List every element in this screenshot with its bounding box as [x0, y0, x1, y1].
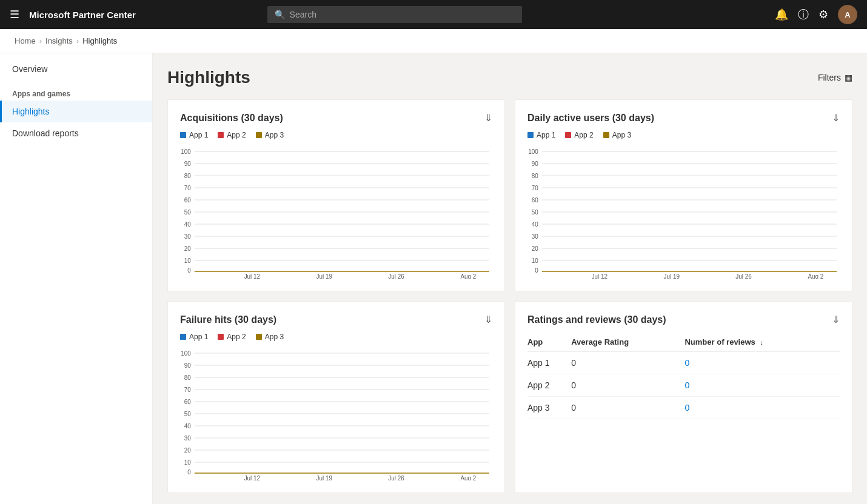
failure-hits-chart-area: 100 90 80 70 60 50 40 30 20 10 0 — [180, 347, 492, 480]
sidebar-item-highlights-label: Highlights — [12, 107, 49, 116]
filters-label: Filters — [818, 73, 841, 82]
svg-text:Aug 2: Aug 2 — [460, 273, 476, 279]
help-icon[interactable]: ⓘ — [798, 7, 809, 22]
acquisitions-title: Acquisitions (30 days) — [180, 113, 283, 124]
daily-active-header: Daily active users (30 days) ⇓ — [527, 112, 840, 124]
settings-icon[interactable]: ⚙ — [818, 8, 828, 21]
svg-text:60: 60 — [184, 197, 191, 204]
svg-text:80: 80 — [184, 374, 191, 381]
svg-text:Jul 26: Jul 26 — [388, 273, 404, 279]
svg-text:60: 60 — [532, 197, 538, 204]
acq-legend-app2: App 2 — [218, 131, 246, 139]
dau-legend-dot-app3 — [603, 132, 609, 138]
svg-text:60: 60 — [184, 399, 191, 405]
acquisitions-chart-svg: 100 90 80 70 60 50 40 30 20 10 0 — [180, 145, 492, 279]
svg-text:50: 50 — [184, 209, 191, 216]
charts-grid: Acquisitions (30 days) ⇓ App 1 App 2 App… — [167, 99, 852, 493]
dau-legend-app1: App 1 — [527, 131, 555, 139]
fh-legend-app3: App 3 — [256, 333, 284, 341]
svg-text:Aug 2: Aug 2 — [808, 273, 823, 279]
svg-text:90: 90 — [532, 161, 538, 167]
svg-text:30: 30 — [532, 233, 538, 240]
daily-active-title: Daily active users (30 days) — [527, 113, 654, 124]
acquisitions-download-icon[interactable]: ⇓ — [484, 112, 492, 124]
svg-text:80: 80 — [532, 173, 538, 179]
sidebar-item-highlights[interactable]: Highlights — [0, 101, 152, 122]
sidebar-item-download-reports[interactable]: Download reports — [0, 122, 152, 144]
failure-hits-title: Failure hits (30 days) — [180, 314, 276, 325]
acq-legend-dot-app1 — [180, 132, 186, 138]
svg-text:40: 40 — [532, 221, 538, 228]
ratings-table-row: App 3 0 0 — [527, 397, 840, 419]
ratings-app-name: App 3 — [527, 397, 571, 419]
ratings-app-name: App 2 — [527, 374, 571, 397]
breadcrumb-home[interactable]: Home — [15, 36, 36, 45]
app-title: Microsoft Partner Center — [29, 10, 136, 20]
svg-text:10: 10 — [184, 459, 191, 466]
svg-text:Aug 2: Aug 2 — [460, 475, 476, 480]
svg-text:50: 50 — [184, 411, 191, 417]
svg-text:80: 80 — [184, 173, 191, 179]
svg-text:70: 70 — [184, 386, 191, 393]
ratings-num-reviews[interactable]: 0 — [685, 374, 840, 397]
col-header-num-reviews: Number of reviews ↓ — [685, 333, 840, 352]
acq-legend-app1: App 1 — [180, 131, 208, 139]
svg-text:70: 70 — [532, 185, 538, 191]
svg-text:Jul 12: Jul 12 — [244, 273, 261, 279]
svg-text:10: 10 — [532, 257, 538, 264]
topnav-icons: 🔔 ⓘ ⚙ A — [775, 5, 857, 24]
failure-hits-card: Failure hits (30 days) ⇓ App 1 App 2 App… — [167, 301, 505, 493]
ratings-num-reviews[interactable]: 0 — [685, 397, 840, 419]
svg-text:20: 20 — [532, 245, 538, 252]
breadcrumb-current: Highlights — [82, 36, 117, 45]
svg-text:50: 50 — [532, 209, 538, 216]
fh-legend-app1: App 1 — [180, 333, 208, 341]
svg-text:Jul 19: Jul 19 — [663, 273, 680, 279]
acquisitions-legend: App 1 App 2 App 3 — [180, 131, 492, 139]
svg-text:0: 0 — [187, 469, 191, 476]
breadcrumb-insights[interactable]: Insights — [45, 36, 73, 45]
failure-hits-header: Failure hits (30 days) ⇓ — [180, 314, 492, 325]
sort-icon-num-reviews[interactable]: ↓ — [760, 339, 763, 346]
notifications-icon[interactable]: 🔔 — [775, 8, 788, 21]
acq-legend-dot-app3 — [256, 132, 262, 138]
svg-text:Jul 26: Jul 26 — [388, 475, 404, 480]
svg-text:90: 90 — [184, 161, 191, 167]
svg-text:Jul 26: Jul 26 — [735, 273, 752, 279]
hamburger-icon[interactable]: ☰ — [10, 8, 19, 21]
ratings-num-reviews[interactable]: 0 — [685, 352, 840, 374]
dau-legend-app3: App 3 — [603, 131, 631, 139]
ratings-table-header-row: App Average Rating Number of reviews ↓ — [527, 333, 840, 352]
acq-legend-app3: App 3 — [256, 131, 284, 139]
dau-legend-dot-app1 — [527, 132, 534, 138]
svg-text:0: 0 — [535, 267, 538, 274]
svg-text:0: 0 — [187, 267, 191, 274]
sidebar-section-apps: Apps and games — [0, 80, 152, 101]
ratings-table-row: App 2 0 0 — [527, 374, 840, 397]
search-bar: 🔍 — [267, 6, 522, 23]
svg-text:Jul 19: Jul 19 — [316, 273, 332, 279]
fh-legend-dot-app3 — [256, 334, 262, 340]
daily-active-legend: App 1 App 2 App 3 — [527, 131, 840, 139]
acquisitions-header: Acquisitions (30 days) ⇓ — [180, 112, 492, 124]
sidebar-item-overview[interactable]: Overview — [0, 58, 152, 80]
fh-legend-dot-app2 — [218, 334, 224, 340]
avatar[interactable]: A — [838, 5, 857, 24]
svg-text:30: 30 — [184, 233, 191, 240]
ratings-avg-rating: 0 — [571, 374, 685, 397]
svg-text:Jul 12: Jul 12 — [592, 273, 608, 279]
failure-hits-download-icon[interactable]: ⇓ — [484, 314, 492, 325]
search-input[interactable] — [290, 10, 515, 19]
daily-active-download-icon[interactable]: ⇓ — [832, 112, 840, 124]
sidebar: Overview Apps and games Highlights Downl… — [0, 53, 153, 504]
ratings-reviews-download-icon[interactable]: ⇓ — [832, 314, 840, 325]
dau-legend-app2: App 2 — [565, 131, 593, 139]
filters-button[interactable]: Filters ▦ — [818, 73, 852, 82]
acquisitions-card: Acquisitions (30 days) ⇓ App 1 App 2 App… — [167, 99, 505, 291]
dau-legend-dot-app2 — [565, 132, 571, 138]
ratings-reviews-card: Ratings and reviews (30 days) ⇓ App Aver… — [515, 301, 852, 493]
svg-text:100: 100 — [528, 148, 538, 155]
topnav: ☰ Microsoft Partner Center 🔍 🔔 ⓘ ⚙ A — [0, 0, 867, 29]
sidebar-item-download-reports-label: Download reports — [12, 128, 79, 138]
ratings-avg-rating: 0 — [571, 397, 685, 419]
